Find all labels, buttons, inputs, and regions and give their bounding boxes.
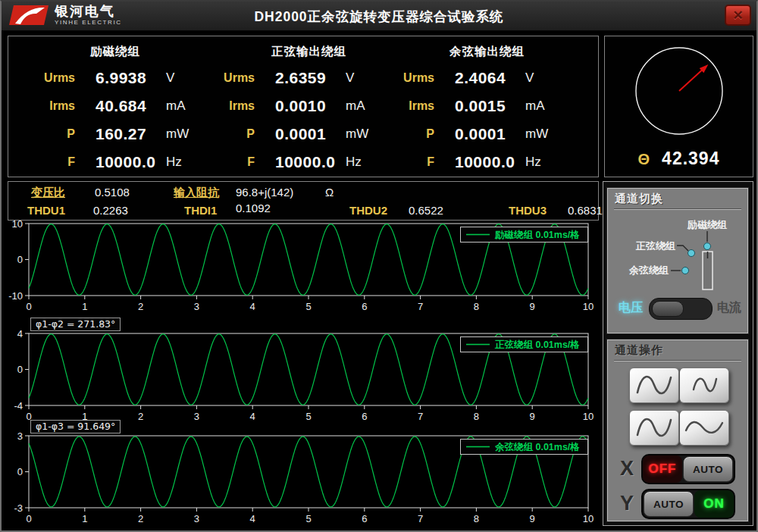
measure-value: 0.0001 bbox=[434, 125, 525, 143]
x-auto-button[interactable]: AUTO bbox=[683, 456, 733, 482]
thdu3-value: 0.6831 bbox=[568, 204, 603, 217]
x-channel-toggle: OFF AUTO bbox=[641, 454, 735, 484]
waveform-button-1[interactable] bbox=[629, 368, 679, 403]
measure-value: 0.0001 bbox=[255, 125, 346, 143]
measure-label: Irms bbox=[375, 99, 434, 113]
measure-row: P0.0001mW bbox=[375, 120, 553, 148]
ratio-value: 0.5108 bbox=[95, 186, 130, 199]
y-tick-label: 0 bbox=[17, 466, 23, 477]
x-tick-label: 2 bbox=[138, 513, 143, 524]
x-tick-label: 4 bbox=[250, 513, 255, 524]
title-bar: 银河电气 YINHE ELECTRIC DH2000正余弦旋转变压器综合试验系统… bbox=[2, 2, 756, 31]
legend-label: 正弦绕组 0.01ms/格 bbox=[494, 340, 580, 350]
measure-label: Urms bbox=[16, 71, 75, 85]
title-divider bbox=[614, 208, 741, 210]
close-icon: ✕ bbox=[732, 8, 743, 23]
measure-label: F bbox=[375, 155, 434, 169]
voltage-current-toggle[interactable] bbox=[649, 298, 713, 320]
connector-line bbox=[677, 246, 688, 251]
thdi1-label: THDI1 bbox=[184, 204, 217, 217]
measure-label: P bbox=[16, 127, 75, 141]
current-label: 电流 bbox=[717, 300, 741, 316]
waveform-button-row-2 bbox=[629, 410, 729, 446]
waveform-button-2[interactable] bbox=[679, 368, 729, 403]
ratio-label: 变压比 bbox=[31, 186, 65, 200]
measure-row: Urms2.6359V bbox=[196, 64, 374, 92]
x-tick-label: 3 bbox=[194, 301, 199, 312]
measure-value: 40.684 bbox=[75, 97, 166, 115]
voltage-label: 电压 bbox=[619, 300, 643, 316]
measure-value: 2.4064 bbox=[434, 69, 525, 87]
measure-row: Irms0.0010mA bbox=[196, 92, 374, 120]
measure-unit: V bbox=[525, 70, 563, 86]
group-header-excitation: 励磁绕组 bbox=[90, 44, 140, 60]
measurements-panel: 励磁绕组 正弦输出绕组 余弦输出绕组 Urms6.9938V Irms40.68… bbox=[8, 36, 599, 177]
measure-row: F10000.0Hz bbox=[196, 148, 374, 176]
phase-diff-annotation-2: φ1-φ3 = 91.649° bbox=[30, 420, 121, 433]
chart-sine-winding: φ1-φ2 = 271.83° 40-4012345678910正弦绕组 0.0… bbox=[8, 318, 599, 423]
x-tick-label: 5 bbox=[305, 301, 311, 312]
x-tick-label: 6 bbox=[362, 301, 367, 312]
x-tick-label: 7 bbox=[418, 513, 423, 524]
x-tick-label: 10 bbox=[583, 301, 594, 312]
x-tick-label: 6 bbox=[362, 513, 367, 524]
legend-label: 励磁绕组 0.01ms/格 bbox=[494, 230, 580, 240]
measure-row: F10000.0Hz bbox=[16, 148, 194, 176]
channel-switch-title: 通道切换 bbox=[615, 192, 663, 206]
theta-value: 42.394 bbox=[662, 149, 719, 169]
sine-flat-icon bbox=[680, 411, 728, 444]
measure-unit: mW bbox=[525, 127, 563, 142]
measure-label: P bbox=[196, 127, 255, 141]
measure-group-sine: Urms2.6359V Irms0.0010mA P0.0001mW F1000… bbox=[196, 64, 374, 176]
y-tick-label: 3 bbox=[17, 431, 23, 442]
group-header-cosine-output: 余弦输出绕组 bbox=[449, 44, 525, 60]
x-tick-label: 9 bbox=[530, 513, 535, 524]
measure-label: Urms bbox=[375, 71, 434, 85]
channel-diagram: 励磁绕组 正弦绕组 余弦绕组 bbox=[609, 211, 747, 296]
y-tick-label: 0 bbox=[17, 364, 23, 375]
measure-value: 0.0015 bbox=[434, 97, 525, 115]
channel-switch-panel: 通道切换 励磁绕组 正弦绕组 余弦绕组 电压 电流 bbox=[607, 188, 748, 333]
sine-large-icon bbox=[630, 368, 678, 402]
legend-label: 余弦绕组 0.01ms/格 bbox=[494, 442, 580, 452]
waveform-button-3[interactable] bbox=[629, 410, 679, 446]
phase-diff-annotation-1: φ1-φ2 = 271.83° bbox=[30, 318, 121, 331]
measure-value: 6.9938 bbox=[75, 69, 166, 87]
measure-label: F bbox=[16, 155, 75, 169]
phase-panel: Θ 42.394 bbox=[604, 36, 753, 177]
measure-label: Irms bbox=[196, 99, 255, 113]
waveform-button-4[interactable] bbox=[679, 410, 729, 446]
sidebar: 通道切换 励磁绕组 正弦绕组 余弦绕组 电压 电流 bbox=[603, 181, 753, 526]
impedance-value: 96.8+j(142) bbox=[236, 186, 293, 199]
measure-row: P160.27mW bbox=[16, 120, 194, 148]
x-tick-label: 5 bbox=[305, 513, 311, 524]
measure-value: 10000.0 bbox=[434, 153, 525, 171]
window-title: DH2000正余弦旋转变压器综合试验系统 bbox=[2, 8, 756, 26]
y-channel-row: Y AUTO ON bbox=[608, 489, 747, 519]
y-tick-label: -3 bbox=[14, 502, 23, 514]
thdu1-value: 0.2263 bbox=[93, 204, 128, 217]
waveform-button-row-1 bbox=[629, 368, 729, 403]
x-tick-label: 2 bbox=[138, 301, 143, 312]
measure-label: Urms bbox=[196, 71, 255, 85]
measure-value: 0.0010 bbox=[255, 97, 346, 115]
x-tick-label: 8 bbox=[474, 513, 479, 524]
y-auto-button[interactable]: AUTO bbox=[644, 491, 694, 517]
y-on-state[interactable]: ON bbox=[694, 490, 734, 518]
close-button[interactable]: ✕ bbox=[725, 5, 751, 26]
x-tick-label: 3 bbox=[194, 513, 199, 524]
x-tick-label: 0 bbox=[26, 301, 31, 312]
measure-value: 10000.0 bbox=[255, 153, 346, 171]
channel-node-sine bbox=[688, 250, 695, 257]
measure-row: Urms2.4064V bbox=[375, 64, 553, 92]
theta-symbol: Θ bbox=[638, 151, 650, 168]
measure-label: F bbox=[196, 155, 255, 169]
y-tick-label: 10 bbox=[12, 219, 23, 230]
measure-group-excitation: Urms6.9938V Irms40.684mA P160.27mW F1000… bbox=[16, 64, 194, 176]
group-header-sine-output: 正弦输出绕组 bbox=[271, 44, 346, 60]
title-divider bbox=[614, 360, 741, 361]
channel-ops-panel: 通道操作 bbox=[607, 340, 748, 521]
x-tick-label: 9 bbox=[530, 301, 535, 312]
x-off-state[interactable]: OFF bbox=[643, 455, 682, 483]
impedance-unit: Ω bbox=[325, 186, 334, 199]
